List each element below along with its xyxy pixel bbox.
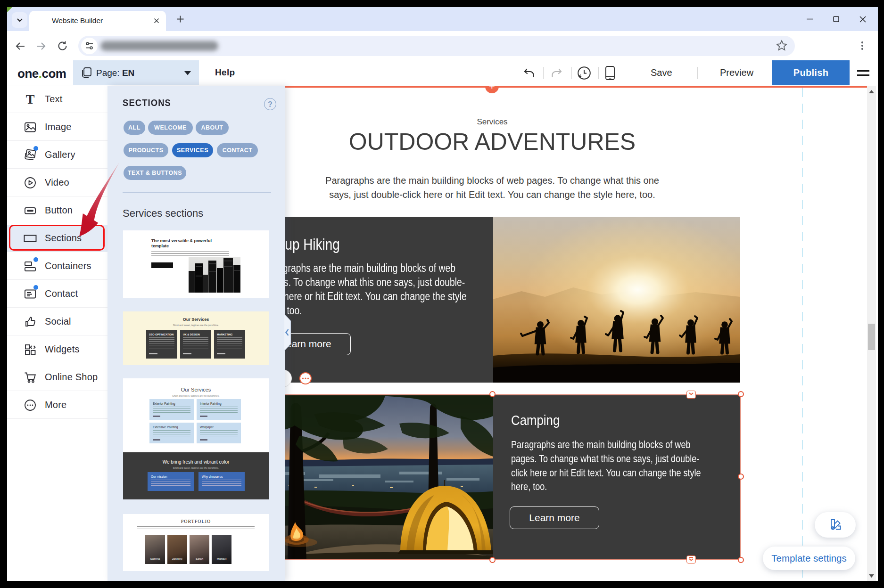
svg-text:T: T: [26, 93, 35, 106]
